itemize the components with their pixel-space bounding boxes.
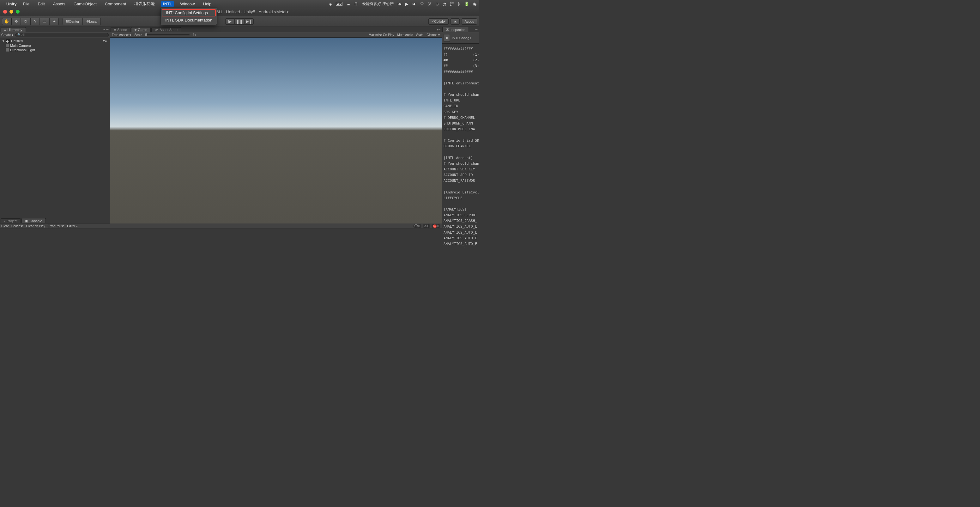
menu-gameobject[interactable]: GameObject	[72, 1, 99, 7]
console-clear-on-play-button[interactable]: Clear on Play	[26, 225, 45, 228]
bottom-tabs: ▪ Project ▣ Console	[0, 218, 110, 223]
gameobject-icon	[6, 48, 9, 51]
menu-window[interactable]: Window	[178, 1, 197, 7]
hierarchy-toolbar: Create ▾ 🔍 All	[0, 32, 110, 38]
config-file-icon: ◆	[444, 34, 450, 42]
inspector-header: ◆ INTLConfig.i	[442, 32, 479, 44]
stats-toggle[interactable]: Stats	[417, 33, 424, 37]
maximize-on-play-toggle[interactable]: Maximize On Play	[369, 33, 394, 37]
scale-slider[interactable]	[145, 34, 189, 35]
center-options-icon[interactable]: ▾≡	[437, 28, 442, 31]
aspect-dropdown[interactable]: Free Aspect ▾	[112, 33, 131, 37]
console-right-toolbar: ⓘ 0 ⚠ 0 ⛔ 0	[110, 223, 442, 229]
battery-icon[interactable]: 🔋	[464, 2, 469, 6]
play-icon[interactable]: ▶	[405, 2, 409, 6]
heart-icon[interactable]: ♡	[420, 2, 424, 6]
hierarchy-tab[interactable]: ≡ Hierarchy	[1, 27, 26, 32]
hand-tool[interactable]: ✋	[2, 18, 11, 25]
pause-button[interactable]: ❚❚	[235, 18, 244, 25]
prev-track-icon[interactable]: ⏮	[398, 2, 401, 6]
globe-icon[interactable]: ⊕	[435, 2, 439, 6]
rect-tool[interactable]: ▭	[40, 18, 49, 25]
app-name[interactable]: Unity	[6, 2, 17, 6]
scene-tab[interactable]: Scene	[111, 27, 130, 32]
menu-help[interactable]: Help	[201, 1, 213, 7]
collab-button[interactable]: ✓ Collab ▾	[428, 18, 449, 25]
console-clear-button[interactable]: Clear	[1, 225, 9, 228]
wechat-icon[interactable]: ☁	[346, 2, 350, 6]
inspector-options-icon[interactable]: ▪≡	[475, 28, 479, 31]
error-count-badge[interactable]: ⛔ 0	[431, 224, 441, 228]
close-window-button[interactable]	[3, 10, 7, 14]
mac-menubar: Unity File Edit Assets GameObject Compon…	[0, 0, 479, 8]
step-button[interactable]: ▶❙	[244, 18, 254, 25]
shield-icon[interactable]: ⛨	[354, 2, 358, 6]
play-controls: ▶ ❚❚ ▶❙	[225, 18, 254, 25]
hierarchy-item-light[interactable]: Directional Light	[0, 48, 110, 52]
cloud-button[interactable]: ☁	[450, 18, 460, 25]
game-view	[110, 38, 442, 223]
now-playing: 爱能有多好-庄心妍	[362, 1, 394, 6]
unity-scene-icon: ◆	[6, 39, 10, 43]
game-icon	[135, 29, 137, 31]
transform-tools: ✋ ✥ ↻ ⤡ ▭ ✦	[2, 18, 59, 25]
wifi-icon[interactable]: ◉	[473, 2, 476, 6]
window-titlebar: Unity 2018.4.36f1 - Untitled - Unity5 - …	[0, 8, 479, 16]
minimize-window-button[interactable]	[10, 10, 13, 14]
game-tab[interactable]: Game	[131, 27, 151, 32]
wd-icon[interactable]: WD	[336, 2, 342, 6]
console-editor-button[interactable]: Editor ▾	[67, 225, 78, 228]
window-controls	[3, 10, 19, 14]
hierarchy-body: ▼◆Untitled▾≡ Main Camera Directional Lig…	[0, 38, 110, 218]
scale-label: Scale	[134, 33, 142, 37]
menu-assets[interactable]: Assets	[51, 1, 67, 7]
inspector-content: ############## ## (1) The ke ## (2) if h…	[442, 44, 479, 248]
menu-file[interactable]: File	[21, 1, 32, 7]
hierarchy-search-input[interactable]: 🔍 All	[15, 33, 109, 37]
menu-component[interactable]: Component	[103, 1, 128, 7]
menu-edit[interactable]: Edit	[36, 1, 46, 7]
unity-hub-icon[interactable]: ◈	[329, 2, 332, 6]
hierarchy-item-camera[interactable]: Main Camera	[0, 43, 110, 48]
console-toolbar: Clear Collapse Clear on Play Error Pause…	[0, 223, 110, 229]
dropdown-config-settings[interactable]: INTLConfig.ini Settings	[162, 9, 216, 16]
hierarchy-create-button[interactable]: Create ▾	[1, 33, 13, 37]
move-tool[interactable]: ✥	[11, 18, 21, 25]
console-body-center	[110, 229, 442, 248]
rotate-tool[interactable]: ↻	[21, 18, 30, 25]
scene-options-icon[interactable]: ▾≡	[103, 39, 109, 43]
inspector-tab[interactable]: ⓘ Inspector	[442, 27, 468, 32]
pivot-local-button[interactable]: ⊕ Local	[83, 18, 101, 25]
menu-enhanced[interactable]: 增强版功能	[132, 0, 157, 7]
console-error-pause-button[interactable]: Error Pause	[48, 225, 64, 228]
hierarchy-options-icon[interactable]: ▾ ▪≡	[103, 28, 110, 31]
scale-tool[interactable]: ⤡	[30, 18, 40, 25]
maximize-window-button[interactable]	[16, 10, 19, 14]
mute-audio-toggle[interactable]: Mute Audio	[397, 33, 413, 37]
transform-tool[interactable]: ✦	[49, 18, 59, 25]
input-icon[interactable]: 拼	[450, 1, 454, 6]
heartbreak-icon[interactable]: ♡̸	[428, 2, 431, 6]
next-track-icon[interactable]: ⏭	[412, 2, 417, 6]
play-button[interactable]: ▶	[225, 18, 235, 25]
menu-intl[interactable]: INTL	[161, 1, 174, 7]
asset-store-tab[interactable]: 🛍 Asset Store	[151, 27, 181, 32]
pivot-center-button[interactable]: ⊡ Center	[62, 18, 83, 25]
gizmos-dropdown[interactable]: Gizmos ▾	[426, 33, 440, 37]
warn-count-badge[interactable]: ⚠ 0	[423, 224, 431, 228]
dropdown-sdk-docs[interactable]: INTL SDK Documentation	[161, 16, 217, 24]
account-button[interactable]: Accou	[461, 18, 477, 25]
project-tab[interactable]: ▪ Project	[1, 218, 21, 223]
console-collapse-button[interactable]: Collapse	[11, 225, 24, 228]
chat-icon[interactable]: ◔	[442, 2, 446, 6]
gameobject-icon	[6, 44, 9, 47]
bluetooth-icon[interactable]: ᛒ	[458, 2, 460, 6]
inspector-tabs: ⓘ Inspector ▪≡	[442, 27, 479, 32]
console-tab[interactable]: ▣ Console	[21, 218, 46, 223]
info-count-badge[interactable]: ⓘ 0	[413, 224, 422, 228]
console-body	[0, 229, 110, 248]
scale-value: 1x	[193, 33, 196, 37]
game-toolbar: Free Aspect ▾ Scale 1x Maximize On Play …	[110, 32, 442, 38]
hierarchy-tabs: ≡ Hierarchy ▾ ▪≡	[0, 27, 110, 32]
hierarchy-scene-root[interactable]: ▼◆Untitled▾≡	[0, 38, 110, 43]
